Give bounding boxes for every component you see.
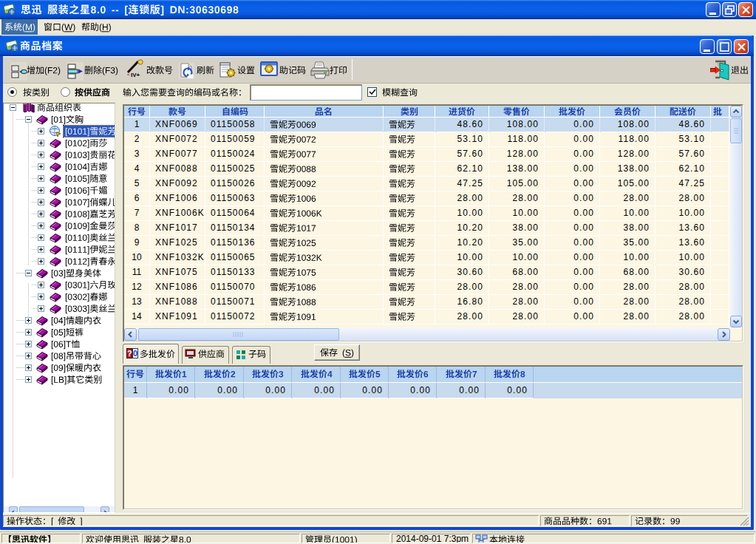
svg-text:IV+: IV+ <box>131 72 140 78</box>
